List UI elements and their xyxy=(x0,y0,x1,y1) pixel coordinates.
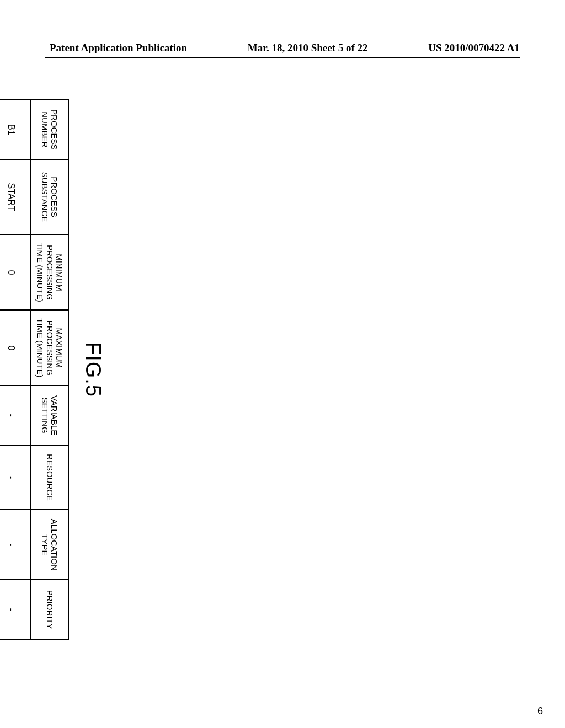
table-header-row: PROCESSNUMBER PROCESSSUBSTANCE MINIMUMPR… xyxy=(31,100,68,639)
cell-alloc: - xyxy=(0,510,31,580)
col-allocation-type: ALLOCATIONTYPE xyxy=(31,510,68,580)
header-left: Patent Application Publication xyxy=(50,42,187,54)
cell-process-number: B1 xyxy=(0,100,31,159)
figure-label: FIG.5 xyxy=(81,99,105,640)
table-row: B1 START 0 0 - - - - xyxy=(0,100,31,639)
page-header: Patent Application Publication Mar. 18, … xyxy=(0,42,565,54)
header-right: US 2010/0070422 A1 xyxy=(428,42,520,54)
col-process-substance: PROCESSSUBSTANCE xyxy=(31,159,68,235)
cell-max: 0 xyxy=(0,310,31,386)
header-center: Mar. 18, 2010 Sheet 5 of 22 xyxy=(248,42,368,54)
cell-process-substance: START xyxy=(0,159,31,235)
col-priority: PRIORITY xyxy=(31,580,68,639)
cell-min: 0 xyxy=(0,234,31,310)
col-max-processing: MAXIMUMPROCESSINGTIME (MINUTE) xyxy=(31,310,68,386)
cell-res: - xyxy=(0,445,31,510)
page-number: 6 xyxy=(537,705,543,717)
page: Patent Application Publication Mar. 18, … xyxy=(0,0,565,728)
col-resource: RESOURCE xyxy=(31,445,68,510)
header-rule xyxy=(45,57,520,58)
col-variable-setting: VARIABLESETTING xyxy=(31,386,68,445)
figure-5: FIG.5 PROCESSNUMBER PROCESSSUBSTANCE MIN… xyxy=(0,99,105,640)
col-process-number: PROCESSNUMBER xyxy=(31,100,68,159)
col-min-processing: MINIMUMPROCESSINGTIME (MINUTE) xyxy=(31,234,68,310)
cell-prio: - xyxy=(0,580,31,639)
cell-var: - xyxy=(0,386,31,445)
process-table: PROCESSNUMBER PROCESSSUBSTANCE MINIMUMPR… xyxy=(0,99,69,640)
